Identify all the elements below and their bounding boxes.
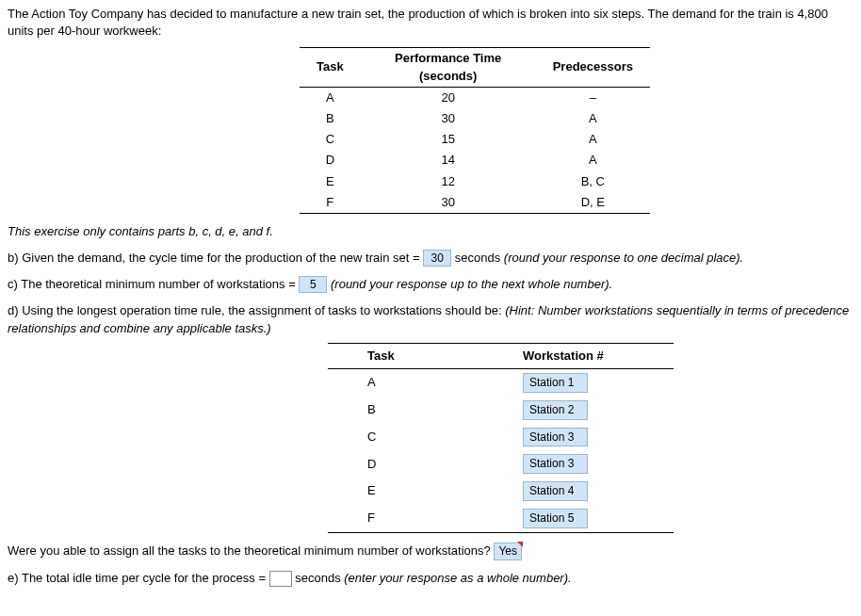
table-row: EStation 4	[328, 478, 674, 505]
cell-time: 30	[361, 108, 536, 129]
assign-question: Were you able to assign all the tasks to…	[8, 543, 853, 560]
col-task2: Task	[328, 343, 523, 368]
qd-pre: d) Using the longest operation time rule…	[8, 303, 502, 317]
col-ws: Workstation #	[523, 343, 674, 368]
station-select[interactable]: Station 3	[523, 454, 588, 474]
cell-task: E	[300, 171, 361, 192]
cell-time: 14	[361, 150, 536, 170]
station-select[interactable]: Station 3	[523, 428, 588, 447]
table-row: C15A	[300, 129, 650, 150]
cell-task: B	[328, 397, 523, 424]
qe-pre: e) The total idle time per cycle for the…	[8, 571, 266, 585]
question-d: d) Using the longest operation time rule…	[8, 302, 853, 336]
cell-time: 15	[361, 129, 536, 150]
cell-task: A	[328, 369, 523, 397]
cell-task: C	[328, 424, 523, 451]
qb-pre: b) Given the demand, the cycle time for …	[8, 251, 420, 265]
qc-hint: (round your response up to the next whol…	[331, 277, 612, 291]
table-row: D14A	[300, 150, 650, 170]
question-c: c) The theoretical minimum number of wor…	[8, 276, 853, 293]
parts-note: This exercise only contains parts b, c, …	[8, 223, 853, 240]
station-select[interactable]: Station 5	[523, 509, 588, 528]
cell-time: 12	[361, 171, 536, 192]
question-b: b) Given the demand, the cycle time for …	[8, 250, 853, 267]
col-pred: Predecessors	[536, 48, 650, 87]
cell-pred: A	[536, 108, 650, 129]
cell-pred: A	[536, 129, 650, 150]
cell-task: F	[328, 505, 523, 532]
cell-pred: D, E	[536, 192, 650, 214]
table-row: F30D, E	[300, 192, 650, 214]
cell-task: D	[300, 150, 361, 170]
station-select[interactable]: Station 2	[523, 400, 588, 420]
assign-answer[interactable]: Yes	[494, 543, 522, 560]
table-row: CStation 3	[328, 424, 674, 451]
station-select[interactable]: Station 1	[523, 373, 588, 393]
table-row: B30A	[300, 108, 650, 129]
table-row: AStation 1	[328, 369, 674, 397]
qb-answer[interactable]: 30	[423, 250, 451, 267]
qe-unit: seconds	[295, 571, 340, 585]
problem-intro: The Action Toy Company has decided to ma…	[8, 6, 853, 40]
qc-answer[interactable]: 5	[299, 276, 327, 293]
table-row: BStation 2	[328, 397, 674, 424]
qb-unit: seconds	[455, 251, 500, 265]
cell-task: C	[300, 129, 361, 150]
qc-pre: c) The theoretical minimum number of wor…	[8, 277, 296, 291]
cell-task: D	[328, 450, 523, 478]
qe-hint: (enter your response as a whole number).	[344, 571, 571, 585]
task-table-wrap: Task Performance Time(seconds) Predecess…	[300, 47, 853, 214]
cell-task: A	[300, 87, 361, 108]
cell-pred: –	[536, 87, 650, 108]
workstation-table-wrap: Task Workstation # AStation 1 BStation 2…	[328, 343, 853, 533]
assign-pre: Were you able to assign all the tasks to…	[8, 543, 491, 558]
table-row: E12B, C	[300, 171, 650, 192]
cell-task: E	[328, 478, 523, 505]
task-table: Task Performance Time(seconds) Predecess…	[300, 47, 650, 214]
cell-task: F	[300, 192, 361, 214]
cell-time: 20	[361, 87, 536, 108]
question-e: e) The total idle time per cycle for the…	[8, 570, 853, 587]
cell-pred: A	[536, 150, 650, 170]
cell-pred: B, C	[536, 171, 650, 192]
table-row: FStation 5	[328, 505, 674, 532]
qe-answer-input[interactable]	[269, 571, 292, 587]
station-select[interactable]: Station 4	[523, 481, 588, 501]
cell-task: B	[300, 108, 361, 129]
qb-hint: (round your response to one decimal plac…	[504, 251, 743, 265]
table-row: A20–	[300, 87, 650, 108]
col-perf: Performance Time(seconds)	[361, 48, 536, 87]
table-row: DStation 3	[328, 450, 674, 478]
workstation-table: Task Workstation # AStation 1 BStation 2…	[328, 343, 674, 533]
col-task: Task	[300, 48, 361, 87]
cell-time: 30	[361, 192, 536, 214]
